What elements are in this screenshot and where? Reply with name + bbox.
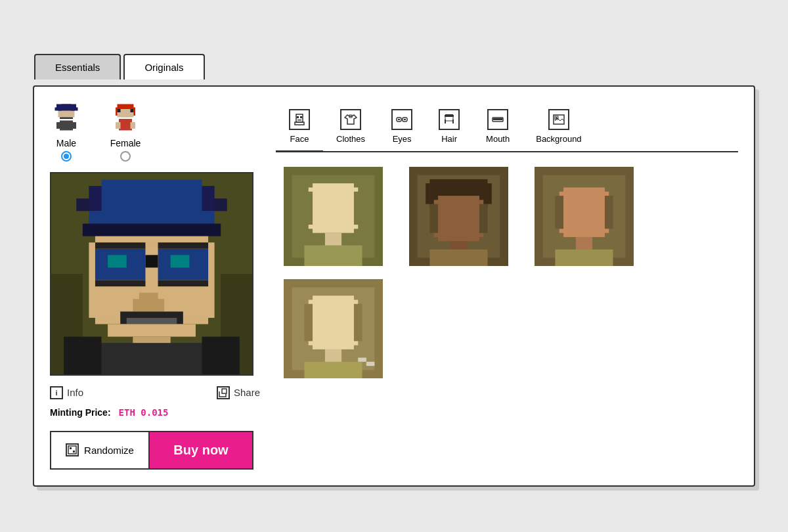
svg-rect-93 <box>429 249 487 265</box>
buy-now-button[interactable]: Buy now <box>150 432 252 468</box>
svg-rect-69 <box>445 120 446 123</box>
svg-rect-5 <box>62 116 72 118</box>
svg-rect-16 <box>131 109 134 112</box>
svg-rect-110 <box>366 361 375 365</box>
main-content: Male <box>34 87 754 485</box>
main-container: Essentials Originals <box>33 85 755 487</box>
tab-clothes[interactable]: Clothes <box>323 104 378 152</box>
svg-rect-19 <box>116 122 121 129</box>
svg-rect-20 <box>131 122 136 129</box>
tab-face[interactable]: Face <box>276 104 323 152</box>
svg-rect-101 <box>555 249 613 265</box>
svg-rect-40 <box>95 280 146 286</box>
svg-rect-98 <box>555 196 563 229</box>
face-icon <box>289 109 310 130</box>
svg-rect-79 <box>309 187 359 229</box>
avatar-svg <box>51 173 252 374</box>
right-panel: Face Clothes <box>276 102 738 470</box>
minting-row: Minting Price: ETH 0.015 <box>50 407 260 418</box>
svg-rect-37 <box>171 255 190 267</box>
svg-rect-15 <box>118 109 121 112</box>
svg-rect-18 <box>119 119 132 131</box>
svg-rect-59 <box>297 120 301 121</box>
tab-essentials[interactable]: Essentials <box>34 54 121 79</box>
svg-rect-30 <box>83 223 221 236</box>
randomize-icon <box>66 443 79 456</box>
eyes-icon <box>391 109 412 130</box>
svg-rect-72 <box>493 118 502 120</box>
svg-rect-53 <box>68 446 76 454</box>
share-icon <box>217 386 230 399</box>
svg-rect-64 <box>398 119 400 120</box>
svg-rect-109 <box>358 357 366 361</box>
svg-rect-57 <box>297 116 299 118</box>
svg-rect-60 <box>295 122 304 125</box>
face-options-grid <box>276 166 738 380</box>
svg-rect-11 <box>72 122 77 129</box>
face-option-1[interactable] <box>276 166 391 267</box>
mouth-icon <box>487 109 508 130</box>
svg-rect-107 <box>354 303 362 341</box>
info-button[interactable]: i Info <box>50 386 83 399</box>
avatar-preview <box>50 172 253 376</box>
randomize-button[interactable]: Randomize <box>51 432 150 468</box>
svg-rect-51 <box>202 336 240 374</box>
svg-rect-41 <box>158 280 209 286</box>
svg-rect-90 <box>429 204 438 233</box>
tabs-row: Essentials Originals <box>34 54 205 79</box>
svg-rect-35 <box>145 255 158 267</box>
svg-rect-91 <box>479 204 488 233</box>
svg-rect-65 <box>404 119 406 120</box>
tab-eyes[interactable]: Eyes <box>378 104 426 152</box>
male-radio[interactable] <box>61 151 72 162</box>
background-icon <box>548 109 569 130</box>
svg-rect-45 <box>127 317 177 324</box>
svg-rect-111 <box>304 361 362 378</box>
info-icon: i <box>50 386 63 399</box>
tab-hair[interactable]: Hair <box>426 104 473 152</box>
gender-selector: Male <box>50 102 260 162</box>
svg-rect-83 <box>304 245 362 265</box>
svg-rect-10 <box>56 122 62 129</box>
svg-rect-52 <box>222 389 227 393</box>
svg-rect-38 <box>95 242 146 249</box>
tab-background[interactable]: Background <box>523 104 594 152</box>
clothes-icon <box>340 109 361 130</box>
minting-price: ETH 0.015 <box>119 407 169 418</box>
male-avatar-icon <box>50 102 83 135</box>
svg-rect-39 <box>158 242 209 249</box>
svg-rect-50 <box>64 336 101 374</box>
tab-originals[interactable]: Originals <box>123 54 204 79</box>
action-row: i Info Share <box>50 386 260 399</box>
face-option-4[interactable] <box>276 278 391 380</box>
tab-mouth[interactable]: Mouth <box>473 104 523 152</box>
gender-male[interactable]: Male <box>50 102 83 162</box>
svg-rect-89 <box>434 200 484 237</box>
svg-rect-105 <box>309 299 359 345</box>
face-option-2[interactable] <box>401 166 516 267</box>
svg-rect-54 <box>70 447 72 449</box>
gender-female[interactable]: Female <box>109 102 142 162</box>
svg-rect-46 <box>108 324 196 336</box>
svg-rect-81 <box>354 191 362 224</box>
button-row: Randomize Buy now <box>50 431 253 470</box>
face-option-3[interactable] <box>527 166 642 267</box>
svg-rect-43 <box>133 299 164 311</box>
svg-rect-8 <box>55 107 78 110</box>
svg-rect-55 <box>73 451 75 453</box>
left-panel: Male <box>50 102 260 470</box>
share-button[interactable]: Share <box>217 386 260 399</box>
svg-rect-17 <box>121 116 131 118</box>
minting-label: Minting Price: <box>50 407 111 418</box>
svg-rect-6 <box>60 117 73 119</box>
female-avatar-icon <box>109 102 142 135</box>
svg-rect-106 <box>304 303 313 341</box>
svg-rect-70 <box>452 120 454 123</box>
female-radio[interactable] <box>120 151 131 162</box>
svg-rect-58 <box>300 116 302 118</box>
svg-rect-99 <box>605 196 613 229</box>
hair-icon <box>439 109 460 130</box>
svg-rect-97 <box>559 191 609 233</box>
svg-rect-36 <box>108 255 127 267</box>
category-tabs: Face Clothes <box>276 102 738 152</box>
